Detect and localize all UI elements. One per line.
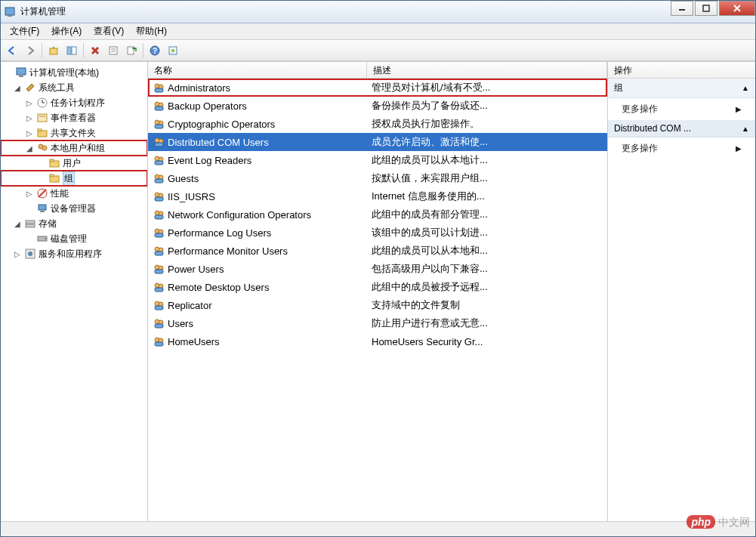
list-row[interactable]: Replicator支持域中的文件复制 — [148, 296, 607, 314]
row-name: Remote Desktop Users — [168, 282, 269, 293]
actions-section-groups[interactable]: 组 ▲ — [608, 79, 755, 98]
svg-rect-27 — [38, 129, 42, 131]
tree-groups[interactable]: 组 — [1, 171, 147, 186]
list-row[interactable]: Remote Desktop Users此组中的成员被授予远程... — [148, 278, 607, 296]
collapse-icon[interactable]: ◢ — [25, 144, 34, 153]
actions-more-2[interactable]: 更多操作 ▶ — [608, 137, 755, 159]
svg-rect-64 — [155, 197, 163, 201]
tree-local-users-groups[interactable]: ◢ 本地用户和组 — [1, 140, 147, 156]
users-groups-icon — [36, 142, 48, 154]
list-row[interactable]: Users防止用户进行有意或无意... — [148, 314, 607, 332]
maximize-button[interactable] — [695, 1, 717, 16]
minimize-button[interactable] — [671, 1, 693, 16]
svg-rect-46 — [155, 88, 163, 92]
submenu-arrow-icon: ▶ — [736, 144, 742, 153]
tree-disk-management[interactable]: 磁盘管理 — [1, 231, 147, 246]
tree-task-scheduler[interactable]: ▷ 任务计划程序 — [1, 95, 147, 110]
computer-icon — [15, 66, 27, 79]
list-row[interactable]: Event Log Readers此组的成员可以从本地计... — [148, 151, 607, 169]
expand-icon[interactable]: ▷ — [25, 190, 34, 198]
actions-link-label: 更多操作 — [622, 142, 658, 155]
svg-rect-7 — [67, 47, 71, 54]
shared-folder-icon — [36, 127, 48, 139]
svg-rect-38 — [26, 221, 35, 224]
group-icon — [153, 208, 165, 221]
tree-label: 本地用户和组 — [51, 142, 105, 155]
tree-performance[interactable]: ▷ 性能 — [1, 186, 147, 201]
actions-more-1[interactable]: 更多操作 ▶ — [608, 98, 755, 120]
expand-icon[interactable]: ▷ — [25, 129, 34, 137]
close-button[interactable] — [719, 1, 755, 16]
list-row[interactable]: Backup Operators备份操作员为了备份或还... — [148, 97, 607, 115]
cell-desc: 管理员对计算机/域有不受... — [367, 81, 607, 94]
storage-icon — [24, 218, 36, 230]
tree-pane[interactable]: 计算机管理(本地) ◢ 系统工具 ▷ 任务计划程序 ▷ 事件查看器 ▷ 共享文件… — [1, 62, 148, 521]
delete-button[interactable] — [87, 42, 103, 59]
window-title: 计算机管理 — [20, 5, 752, 18]
row-name: Users — [168, 318, 193, 329]
list-row[interactable]: Performance Monitor Users此组的成员可以从本地和... — [148, 242, 607, 260]
list-row[interactable]: Performance Log Users该组中的成员可以计划进... — [148, 224, 607, 242]
menu-view[interactable]: 查看(V) — [89, 23, 128, 39]
list-row[interactable]: Cryptographic Operators授权成员执行加密操作。 — [148, 115, 607, 133]
column-header-name[interactable]: 名称 — [148, 62, 367, 78]
tree-device-manager[interactable]: 设备管理器 — [1, 201, 147, 216]
group-icon — [153, 118, 165, 130]
list-row[interactable]: Power Users包括高级用户以向下兼容... — [148, 260, 607, 278]
group-icon — [153, 245, 165, 257]
cell-desc: 防止用户进行有意或无意... — [367, 316, 607, 330]
up-button[interactable] — [45, 42, 62, 59]
watermark-brand: php — [687, 515, 715, 529]
tree-label: 系统工具 — [39, 82, 75, 94]
svg-rect-61 — [155, 179, 163, 183]
svg-rect-88 — [155, 342, 163, 346]
row-name: Network Configuration Operators — [168, 209, 311, 221]
expand-icon[interactable]: ▷ — [13, 250, 22, 258]
tree-event-viewer[interactable]: ▷ 事件查看器 — [1, 110, 147, 125]
cell-name: Backup Operators — [148, 100, 367, 112]
svg-rect-76 — [155, 270, 163, 273]
properties-button[interactable] — [105, 42, 122, 59]
folder-icon — [48, 157, 60, 169]
list-body[interactable]: Administrators管理员对计算机/域有不受...Backup Oper… — [148, 79, 607, 521]
toolbar-separator — [42, 43, 42, 58]
show-hide-tree-button[interactable] — [63, 42, 80, 59]
submenu-arrow-icon: ▶ — [736, 105, 742, 113]
event-icon — [36, 112, 48, 124]
help-button[interactable]: ? — [147, 42, 163, 59]
expand-icon[interactable]: ▷ — [25, 99, 34, 107]
refresh-button[interactable] — [165, 42, 181, 59]
list-row[interactable]: HomeUsersHomeUsers Security Gr... — [148, 332, 607, 350]
actions-section-selected[interactable]: Distributed COM ... ▲ — [608, 120, 755, 137]
group-icon — [153, 281, 165, 293]
menubar: 文件(F) 操作(A) 查看(V) 帮助(H) — [1, 23, 755, 40]
tree-storage[interactable]: ◢ 存储 — [1, 216, 147, 231]
titlebar: 计算机管理 — [1, 1, 755, 23]
actions-section-label: Distributed COM ... — [614, 123, 691, 134]
list-row[interactable]: IIS_IUSRSInternet 信息服务使用的... — [148, 187, 607, 205]
forward-button[interactable] — [22, 42, 39, 59]
collapse-icon[interactable]: ◢ — [13, 220, 22, 228]
export-button[interactable] — [123, 42, 140, 59]
list-row[interactable]: Administrators管理员对计算机/域有不受... — [148, 79, 607, 97]
menu-help[interactable]: 帮助(H) — [131, 23, 171, 39]
back-button[interactable] — [4, 42, 20, 59]
list-row[interactable]: Distributed COM Users成员允许启动、激活和使... — [148, 133, 607, 151]
column-header-desc[interactable]: 描述 — [367, 62, 607, 78]
menu-file[interactable]: 文件(F) — [5, 23, 44, 39]
tree-shared-folders[interactable]: ▷ 共享文件夹 — [1, 125, 147, 140]
svg-rect-11 — [110, 47, 117, 54]
tree-services-apps[interactable]: ▷ 服务和应用程序 — [1, 246, 147, 261]
svg-rect-0 — [5, 8, 14, 15]
list-row[interactable]: Network Configuration Operators此组中的成员有部分… — [148, 205, 607, 224]
collapse-icon[interactable]: ◢ — [13, 84, 22, 92]
expand-icon[interactable]: ▷ — [25, 114, 34, 122]
tree-root[interactable]: 计算机管理(本地) — [1, 65, 147, 80]
menu-action[interactable]: 操作(A) — [47, 23, 86, 39]
svg-rect-82 — [155, 306, 163, 310]
tree-users[interactable]: 用户 — [1, 156, 147, 171]
svg-rect-20 — [19, 76, 23, 77]
list-row[interactable]: Guests按默认值，来宾跟用户组... — [148, 169, 607, 187]
tree-systools[interactable]: ◢ 系统工具 — [1, 80, 147, 95]
svg-rect-1 — [8, 15, 12, 17]
